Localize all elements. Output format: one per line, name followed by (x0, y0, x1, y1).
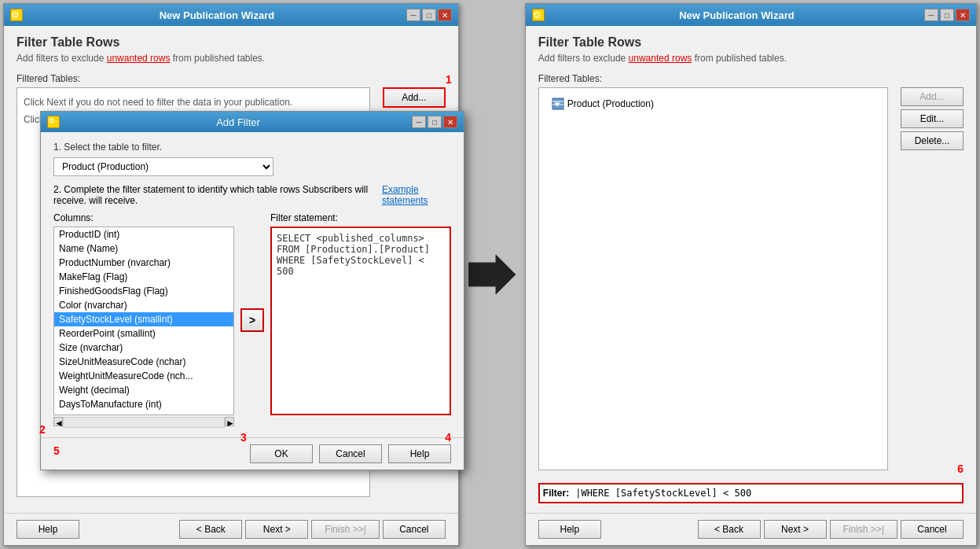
col-makeflag[interactable]: MakeFlag (Flag) (54, 270, 233, 284)
col-color[interactable]: Color (nvarchar) (54, 298, 233, 312)
instruction-line1: Click Next if you do not need to filter … (24, 94, 363, 112)
columns-panel: Columns: ProductID (int) Name (Name) Pro… (53, 212, 234, 428)
left-finish-button[interactable]: Finish >>| (311, 520, 379, 539)
right-back-button[interactable]: < Back (698, 520, 761, 539)
example-link[interactable]: Example statements (382, 184, 451, 206)
right-cancel-button[interactable]: Cancel (901, 520, 963, 539)
dialog-help-button[interactable]: Help (388, 444, 451, 463)
dialog-titlebar: ⚙ Add Filter ─ □ ✕ (41, 112, 464, 132)
maximize-button[interactable]: □ (422, 9, 436, 21)
right-edit-button[interactable]: Edit... (901, 109, 963, 128)
dialog-maximize[interactable]: □ (428, 116, 442, 128)
col-productnumber[interactable]: ProductNumber (nvarchar) (54, 256, 233, 270)
columns-label: Columns: (53, 212, 234, 223)
close-button[interactable]: ✕ (438, 9, 452, 21)
tree-product-item: Product (Production) (545, 94, 881, 113)
right-help-button[interactable]: Help (538, 520, 601, 539)
dialog-body: 1. Select the table to filter. Product (… (41, 132, 464, 437)
left-page-subtitle: Add filters to exclude unwanted rows fro… (17, 53, 446, 64)
add-filter-dialog: ⚙ Add Filter ─ □ ✕ 1. Select the table t… (40, 111, 464, 470)
step2-label: 2. Complete the filter statement to iden… (53, 184, 379, 206)
right-finish-button[interactable]: Finish >>| (830, 520, 897, 539)
filter-stmt-label: Filter statement: (270, 212, 451, 223)
right-wizard-content: Filter Table Rows Add filters to exclude… (526, 26, 976, 513)
left-titlebar: ⚙ New Publication Wizard ─ □ ✕ (4, 4, 458, 26)
left-cancel-button[interactable]: Cancel (383, 520, 446, 539)
right-page-subtitle: Add filters to exclude unwanted rows fro… (538, 53, 963, 64)
filter-display-row: Filter: |WHERE [SafetyStockLevel] < 500 (538, 483, 963, 503)
right-titlebar: ⚙ New Publication Wizard ─ □ ✕ (526, 4, 976, 26)
col-sizeunitcode[interactable]: SizeUnitMeasureCode (nchar) (54, 355, 233, 369)
dialog-ok-button[interactable]: OK (250, 444, 313, 463)
arrow-btn-panel: > 3 (240, 212, 264, 428)
dialog-icon: ⚙ (47, 116, 60, 128)
right-footer: Help < Back Next > Finish >>| Cancel (526, 513, 976, 545)
annotation-5: 5 (53, 444, 60, 463)
right-window-controls: ─ □ ✕ (924, 9, 970, 21)
left-wizard-content: Filter Table Rows Add filters to exclude… (4, 26, 458, 513)
dialog-minimize[interactable]: ─ (412, 116, 426, 128)
dialog-controls: ─ □ ✕ (412, 116, 457, 128)
col-daystomfg[interactable]: DaysToManufacture (int) (54, 397, 233, 411)
col-size[interactable]: Size (nvarchar) (54, 341, 233, 355)
right-table-buttons-panel: Add... Edit... Delete... (901, 87, 963, 470)
scroll-left[interactable]: ◄ (53, 417, 63, 426)
annotation-3: 3 (240, 431, 247, 444)
svg-marker-0 (468, 255, 516, 294)
filter-label: Filter: (543, 488, 569, 499)
col-finishedgoodsflag[interactable]: FinishedGoodsFlag (Flag) (54, 284, 233, 298)
col-weightunitcode[interactable]: WeightUnitMeasureCode (nch... (54, 369, 233, 383)
left-footer: Help < Back Next > Finish >>| Cancel (4, 513, 458, 545)
col-productline[interactable]: ProductLine (nchar) (54, 411, 233, 415)
annotation-4: 4 (445, 431, 451, 444)
right-window-title: New Publication Wizard (549, 9, 924, 21)
tree-item-label: Product (Production) (567, 98, 654, 109)
annotation-1: 1 (446, 73, 452, 86)
dialog-close[interactable]: ✕ (443, 116, 457, 128)
hscroll: ◄ ► (53, 417, 234, 428)
scroll-right[interactable]: ► (225, 417, 234, 426)
right-wizard-icon: ⚙ (532, 9, 545, 21)
right-delete-button[interactable]: Delete... (901, 131, 963, 150)
columns-list[interactable]: ProductID (int) Name (Name) ProductNumbe… (53, 227, 234, 415)
right-add-button[interactable]: Add... (901, 87, 963, 106)
left-window-title: New Publication Wizard (28, 9, 406, 21)
col-productid[interactable]: ProductID (int) (54, 227, 233, 241)
table-dropdown[interactable]: Product (Production) (53, 157, 273, 176)
left-next-button[interactable]: Next > (245, 520, 308, 539)
minimize-button[interactable]: ─ (406, 9, 420, 21)
step1-label: 1. Select the table to filter. (53, 142, 451, 153)
filter-statement-textarea[interactable]: SELECT <published_columns> FROM [Product… (270, 227, 451, 415)
annotation-2: 2 (39, 423, 46, 436)
right-wizard-window: ⚙ New Publication Wizard ─ □ ✕ Filter Ta… (525, 3, 977, 546)
filter-display-section: 6 Filter: |WHERE [SafetyStockLevel] < 50… (538, 477, 963, 503)
left-window-controls: ─ □ ✕ (406, 9, 452, 21)
dialog-cancel-button[interactable]: Cancel (319, 444, 382, 463)
table-filter-icon (552, 98, 564, 110)
right-filtered-tables-area: Product (Production) (538, 87, 888, 470)
dialog-footer: 5 OK Cancel Help (41, 437, 464, 470)
col-name[interactable]: Name (Name) (54, 241, 233, 256)
col-weight[interactable]: Weight (decimal) (54, 383, 233, 397)
right-filtered-tables-label: Filtered Tables: (538, 73, 963, 84)
left-help-button[interactable]: Help (17, 520, 79, 539)
tables-section-wrap: Click Next if you do not need to filter … (17, 87, 446, 503)
col-safetystocklevel[interactable]: SafetyStockLevel (smallint) (54, 312, 233, 326)
col-reorderpoint[interactable]: ReorderPoint (smallint) (54, 326, 233, 341)
right-maximize-button[interactable]: □ (940, 9, 954, 21)
dialog-title: Add Filter (64, 116, 412, 128)
right-next-button[interactable]: Next > (764, 520, 827, 539)
left-wizard-icon: ⚙ (10, 9, 23, 21)
filter-value: |WHERE [SafetyStockLevel] < 500 (575, 488, 751, 499)
right-minimize-button[interactable]: ─ (924, 9, 938, 21)
right-tables-area-row: Product (Production) Add... Edit... Dele… (538, 87, 963, 470)
scroll-track (63, 417, 225, 428)
left-wizard-window: ⚙ New Publication Wizard ─ □ ✕ Filter Ta… (3, 3, 459, 546)
right-close-button[interactable]: ✕ (956, 9, 970, 21)
columns-filter-row: 2 Columns: ProductID (int) Name (Name) P… (53, 212, 451, 428)
left-back-button[interactable]: < Back (179, 520, 242, 539)
filter-stmt-panel: Filter statement: SELECT <published_colu… (270, 212, 451, 428)
right-page-title: Filter Table Rows (538, 35, 963, 50)
add-button[interactable]: Add... (383, 87, 446, 108)
insert-column-button[interactable]: > (240, 308, 264, 332)
